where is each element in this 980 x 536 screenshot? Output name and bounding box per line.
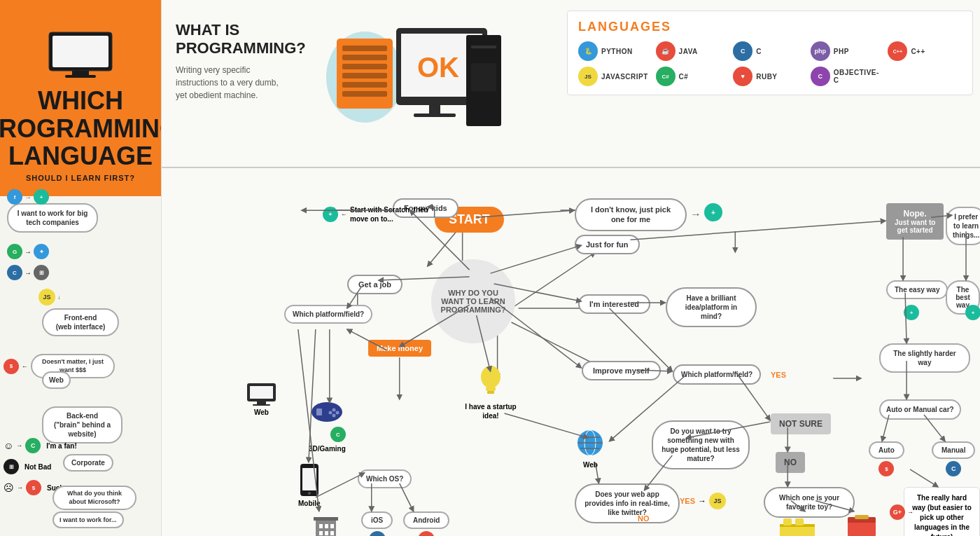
svg-rect-15	[429, 105, 440, 114]
lang-python: 🐍 PYTHON	[578, 41, 652, 61]
cpp-icon: C++	[888, 41, 907, 61]
big-tech-badges: f → +	[7, 189, 49, 205]
just-for-fun-node: Just for fun	[575, 235, 640, 254]
what-title: WHAT ISPROGRAMMING?	[176, 21, 306, 58]
improve-node: Improve myself	[582, 361, 661, 380]
what-is-programming: WHAT ISPROGRAMMING? Writing very specifi…	[176, 21, 306, 102]
auto-node: Auto $	[869, 441, 904, 476]
objc-icon: C	[811, 67, 830, 86]
svg-rect-59	[330, 531, 334, 535]
svg-rect-57	[319, 531, 323, 535]
work-for-node: I want to work for...	[52, 511, 124, 528]
csharp-icon: C#	[656, 67, 676, 86]
svg-rect-9	[342, 73, 387, 78]
not-sure-node: NOT SURE	[771, 413, 831, 434]
prefer-learn-node: I prefer to learn things...	[946, 207, 980, 245]
svg-point-51	[308, 492, 311, 495]
svg-rect-38	[487, 391, 494, 394]
yes-label: YES	[771, 368, 786, 380]
which-platform2-node: Which platform/field?	[673, 364, 761, 385]
get-job-node: Get a job	[347, 275, 402, 294]
left-panel: WHICHPROGRAMMINGLANGUAGE SHOULD I LEARN …	[0, 0, 161, 536]
flowchart: START I don't know, just pick one for me…	[162, 168, 980, 536]
web-node: Web	[42, 371, 71, 389]
svg-point-41	[332, 408, 336, 412]
do-you-want-node: Do you want to try something new with hu…	[652, 420, 750, 469]
svg-rect-1	[52, 36, 108, 67]
frontend-node: Front-end(web interface)	[42, 308, 119, 336]
slightly-harder-node: The slightly harder way	[879, 343, 970, 373]
js-icon: JS	[578, 67, 598, 86]
monitor-icon	[46, 31, 115, 80]
which-os-node: Which OS?	[358, 469, 412, 488]
svg-rect-53	[314, 517, 338, 521]
orange-header: WHICHPROGRAMMINGLANGUAGE SHOULD I LEARN …	[0, 0, 161, 196]
corporate-node: Corporate	[63, 454, 113, 472]
svg-rect-56	[330, 524, 334, 528]
svg-rect-37	[486, 387, 496, 391]
svg-rect-2	[72, 71, 89, 75]
gplus-badge: G+ →	[890, 504, 913, 520]
mobile-node: Mobile	[298, 462, 321, 507]
languages-panel: LANGUAGES 🐍 PYTHON ☕ JAVA C C php PHP	[567, 11, 973, 95]
badges2: G → ✦	[7, 244, 49, 259]
which-platform-top: Which platform/field?	[284, 305, 372, 324]
arrow-idontknow: →	[690, 208, 701, 221]
make-money-node: Make money	[368, 340, 431, 357]
big-tech-node: I want to work for big tech companies	[7, 203, 98, 233]
svg-rect-55	[325, 524, 328, 528]
main-question: WHY DO YOU WANT TO LEARN PROGRAMMING?	[431, 259, 515, 343]
svg-point-44	[329, 411, 332, 415]
svg-rect-8	[342, 64, 387, 69]
easy-way-node: The easy way	[886, 280, 948, 299]
startup-node: Startup	[63, 532, 104, 536]
lang-php: php PHP	[811, 41, 885, 61]
badges3: C → ⊞	[7, 265, 49, 280]
java-icon: ☕	[656, 41, 676, 61]
best-badge: +	[965, 305, 980, 320]
svg-rect-16	[414, 114, 456, 117]
svg-rect-48	[253, 404, 270, 406]
no-box-node: NO	[776, 452, 805, 473]
have-brilliant-node: Have a brilliant idea/platform in mind?	[666, 287, 757, 327]
computer-illustration: OK	[316, 7, 512, 147]
what-desc: Writing very specific instructions to a …	[176, 64, 288, 102]
web-monitor-node: Web	[246, 382, 277, 416]
left-panel-nodes: I want to work for big tech companies f …	[0, 168, 161, 536]
svg-rect-46	[250, 386, 273, 399]
really-hard-node: The really hard way (but easier to pick …	[904, 487, 980, 536]
languages-grid: 🐍 PYTHON ☕ JAVA C C php PHP C++ C++	[578, 41, 962, 86]
lang-cpp: C++ C++	[888, 41, 962, 61]
svg-rect-18	[471, 46, 496, 48]
startup-idea-node: I have a startup idea!	[463, 364, 519, 420]
js-badge-frontend: JS ↓	[38, 289, 61, 305]
idontknow-node: I don't know, just pick one for me	[575, 198, 687, 231]
svg-rect-20	[471, 63, 496, 91]
svg-rect-58	[325, 531, 328, 535]
php-icon: php	[811, 41, 830, 61]
lang-csharp: C# C#	[656, 67, 730, 86]
lang-js: JS JAVASCRIPT	[578, 67, 652, 86]
android-node: Android $	[403, 511, 449, 536]
svg-text:OK: OK	[417, 52, 459, 83]
svg-rect-50	[302, 468, 316, 490]
svg-rect-3	[65, 75, 96, 78]
no-node: NO	[638, 511, 650, 524]
enterprise-node: Enterprise	[309, 511, 343, 536]
python-icon: 🐍	[578, 41, 598, 61]
svg-rect-6	[342, 46, 387, 51]
pick-badge: +	[704, 203, 722, 221]
fan-node: ☺ → C I'm a fan!	[4, 438, 77, 453]
lego-node: Lego ✦	[778, 511, 816, 536]
yes-js-node: YES → JS	[680, 493, 726, 509]
manual-node: Manual C	[932, 441, 975, 476]
playdoh-node: Play-Doh ♥	[844, 511, 879, 536]
svg-rect-10	[342, 82, 387, 88]
gaming-node: C 3D/Gaming	[309, 399, 346, 453]
lang-java: ☕ JAVA	[656, 41, 730, 61]
auto-manual-node: Auto or Manual car?	[879, 399, 961, 420]
nope-node: Nope. Just want toget started	[886, 203, 944, 240]
svg-rect-47	[257, 401, 266, 404]
main-area: WHAT ISPROGRAMMING? Writing very specifi…	[161, 0, 980, 536]
not-bad-node: ⊞ Not Bad	[4, 459, 51, 474]
